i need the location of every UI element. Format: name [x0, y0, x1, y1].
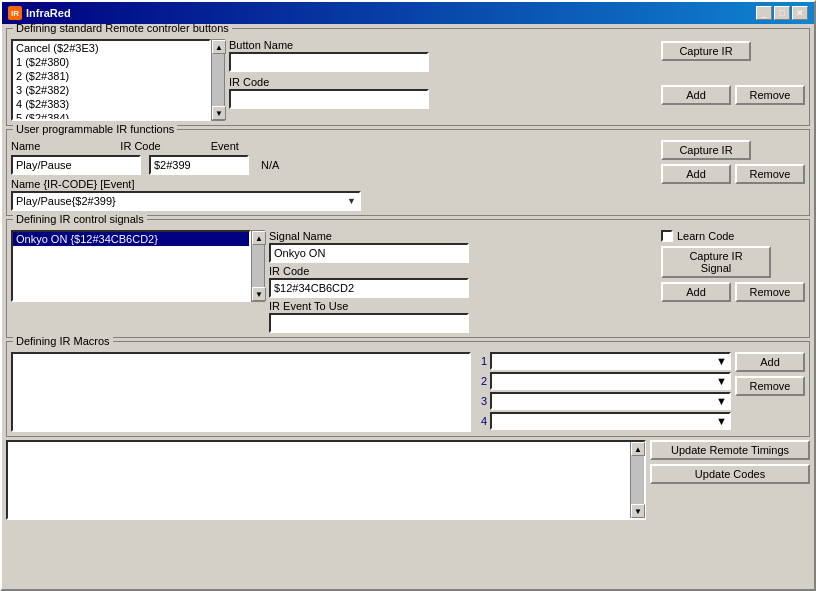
list-item[interactable]: 5 ($2#384): [13, 111, 209, 121]
scroll-up-btn-3[interactable]: ▲: [252, 231, 266, 245]
name-field[interactable]: [11, 155, 141, 175]
bottom-section: ▲ ▼ Update Remote Timings Update Codes: [6, 440, 810, 585]
remove-button-3[interactable]: Remove: [735, 282, 805, 302]
combo-value-text: Play/Pause{$2#399}: [16, 195, 116, 207]
macro-combo-1[interactable]: ▼: [490, 352, 731, 370]
macro-arrow-3: ▼: [716, 395, 727, 407]
list-item[interactable]: 4 ($2#383): [13, 97, 209, 111]
update-remote-timings-button[interactable]: Update Remote Timings: [650, 440, 810, 460]
name-ir-event-combo[interactable]: Play/Pause{$2#399} ▼: [11, 191, 361, 211]
user-programmable-row: N/A: [11, 155, 657, 175]
button-name-section: Button Name IR Code: [229, 39, 657, 109]
macro-combo-3[interactable]: ▼: [490, 392, 731, 410]
ir-control-signals-title: Defining IR control signals: [13, 213, 147, 225]
standard-remote-content: Cancel ($2#3E3) 1 ($2#380) 2 ($2#381) 3 …: [11, 39, 805, 121]
ir-macros-content: 1 ▼ 2 ▼ 3: [11, 352, 805, 432]
signal-name-label: Signal Name: [269, 230, 657, 242]
macro-arrow-2: ▼: [716, 375, 727, 387]
scroll-down-bottom[interactable]: ▼: [631, 504, 645, 518]
list-item[interactable]: 3 ($2#382): [13, 83, 209, 97]
title-bar-left: IR InfraRed: [8, 6, 71, 20]
ir-code-field[interactable]: [149, 155, 249, 175]
ir-code-col-header: IR Code: [120, 140, 160, 152]
user-programmable-left: Name IR Code Event N/A Name {IR-CODE} [E…: [11, 140, 657, 211]
macros-add-button[interactable]: Add: [735, 352, 805, 372]
macros-buttons: Add Remove: [735, 352, 805, 396]
scroll-down-btn[interactable]: ▼: [212, 106, 226, 120]
scroll-up-bottom[interactable]: ▲: [631, 442, 645, 456]
add-remove-row: Add Remove: [661, 85, 805, 105]
combo-arrow-icon: ▼: [347, 196, 356, 206]
macro-row-1: 1 ▼: [475, 352, 731, 370]
main-window: IR InfraRed _ □ ✕ Defining standard Remo…: [0, 0, 816, 591]
remove-button-2[interactable]: Remove: [735, 164, 805, 184]
capture-ir-button-2[interactable]: Capture IR: [661, 140, 751, 160]
macro-num-1: 1: [475, 355, 487, 367]
standard-remote-right: Button Name IR Code Capture IR Add Remo: [229, 39, 805, 109]
ir-control-inputs: Signal Name IR Code IR Event To Use: [269, 230, 657, 333]
name-col-header: Name: [11, 140, 40, 152]
macro-row-4: 4 ▼: [475, 412, 731, 430]
standard-remote-title: Defining standard Remote controler butto…: [13, 24, 232, 34]
list-item-selected[interactable]: Onkyo ON {$12#34CB6CD2}: [13, 232, 249, 246]
button-name-label: Button Name: [229, 39, 657, 51]
bottom-text-area[interactable]: ▲ ▼: [6, 440, 646, 520]
ir-control-signals-group: Defining IR control signals Onkyo ON {$1…: [6, 219, 810, 338]
bottom-scrollbar: ▲ ▼: [630, 442, 644, 518]
title-bar: IR InfraRed _ □ ✕: [2, 2, 814, 24]
ir-event-input[interactable]: [269, 313, 469, 333]
ir-event-label: IR Event To Use: [269, 300, 657, 312]
macros-list-area[interactable]: [11, 352, 471, 432]
macro-combo-4[interactable]: ▼: [490, 412, 731, 430]
minimize-button[interactable]: _: [756, 6, 772, 20]
standard-remote-group: Defining standard Remote controler butto…: [6, 28, 810, 126]
standard-remote-buttons: Capture IR Add Remove: [661, 39, 805, 105]
update-codes-button[interactable]: Update Codes: [650, 464, 810, 484]
remove-button[interactable]: Remove: [735, 85, 805, 105]
ir-code-input-3[interactable]: [269, 278, 469, 298]
add-button-2[interactable]: Add: [661, 164, 731, 184]
scroll-down-btn-3[interactable]: ▼: [252, 287, 266, 301]
standard-remote-fields: Button Name IR Code Capture IR Add Remo: [229, 39, 805, 109]
bottom-buttons: Update Remote Timings Update Codes: [650, 440, 810, 484]
add-button[interactable]: Add: [661, 85, 731, 105]
scroll-track-bottom: [631, 456, 644, 504]
signal-name-input[interactable]: [269, 243, 469, 263]
learn-code-checkbox[interactable]: [661, 230, 673, 242]
ir-code-input[interactable]: [229, 89, 429, 109]
macro-combo-2[interactable]: ▼: [490, 372, 731, 390]
capture-ir-button[interactable]: Capture IR: [661, 41, 751, 61]
macro-num-4: 4: [475, 415, 487, 427]
capture-ir-signal-button[interactable]: Capture IR Signal: [661, 246, 771, 278]
ir-control-fields: Signal Name IR Code IR Event To Use Lear…: [269, 230, 805, 333]
learn-code-label: Learn Code: [677, 230, 735, 242]
macros-remove-button[interactable]: Remove: [735, 376, 805, 396]
macros-center: 1 ▼ 2 ▼ 3: [475, 352, 731, 430]
ir-signals-scrollbar: ▲ ▼: [251, 230, 265, 302]
scroll-up-btn[interactable]: ▲: [212, 40, 226, 54]
list-item[interactable]: Cancel ($2#3E3): [13, 41, 209, 55]
ir-code-label: IR Code: [229, 76, 657, 88]
maximize-button[interactable]: □: [774, 6, 790, 20]
macro-arrow-4: ▼: [716, 415, 727, 427]
combo-row: Play/Pause{$2#399} ▼: [11, 191, 657, 211]
ir-control-signals-content: Onkyo ON {$12#34CB6CD2} ▲ ▼ Signal Name …: [11, 230, 805, 333]
macro-arrow-1: ▼: [716, 355, 727, 367]
col-headers: Name IR Code Event: [11, 140, 657, 152]
list-item[interactable]: 1 ($2#380): [13, 55, 209, 69]
app-icon: IR: [8, 6, 22, 20]
add-remove-row-2: Add Remove: [661, 164, 805, 184]
remote-buttons-list[interactable]: Cancel ($2#3E3) 1 ($2#380) 2 ($2#381) 3 …: [11, 39, 211, 121]
add-remove-row-3: Add Remove: [661, 282, 805, 302]
list-item[interactable]: 2 ($2#381): [13, 69, 209, 83]
add-button-3[interactable]: Add: [661, 282, 731, 302]
event-col-header: Event: [211, 140, 239, 152]
ir-control-buttons: Learn Code Capture IR Signal Add Remove: [661, 230, 805, 333]
user-programmable-buttons: Capture IR Add Remove: [661, 140, 805, 211]
button-name-input[interactable]: [229, 52, 429, 72]
ir-code-label-3: IR Code: [269, 265, 657, 277]
ir-signals-list-area: Onkyo ON {$12#34CB6CD2} ▲ ▼: [11, 230, 265, 302]
ir-signals-list[interactable]: Onkyo ON {$12#34CB6CD2}: [11, 230, 251, 302]
close-button[interactable]: ✕: [792, 6, 808, 20]
macro-num-2: 2: [475, 375, 487, 387]
